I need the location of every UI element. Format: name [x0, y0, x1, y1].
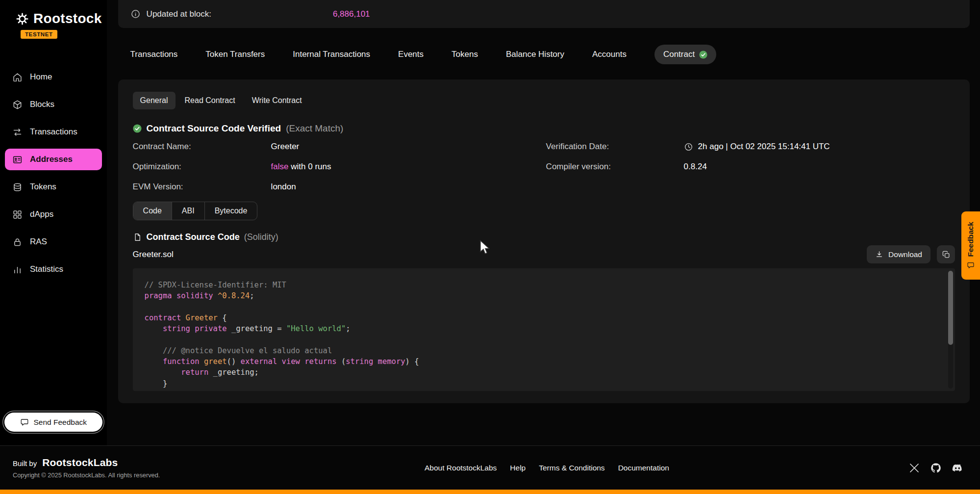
main-content: Updated at block: 6,886,101 Transactions… [107, 0, 980, 445]
sidebar-item-dapps[interactable]: dApps [5, 204, 102, 225]
footer-social [908, 462, 963, 474]
x-icon[interactable] [908, 462, 920, 474]
verified-heading: Contract Source Code Verified (Exact Mat… [133, 123, 955, 134]
verification-date-label: Verification Date: [546, 142, 684, 152]
file-row: Greeter.sol Download [133, 245, 955, 263]
tab-contract[interactable]: Contract [654, 45, 716, 64]
rootstock-logo-icon [16, 12, 29, 26]
github-icon[interactable] [930, 462, 942, 474]
tab-token-transfers[interactable]: Token Transfers [205, 50, 265, 59]
sidebar-item-tokens[interactable]: Tokens [5, 176, 102, 198]
tab-bar: TransactionsToken TransfersInternal Tran… [118, 44, 970, 65]
sidebar-item-ras[interactable]: RAS [5, 231, 102, 253]
feedback-tab-icon [967, 261, 975, 269]
feedback-tab[interactable]: Feedback [961, 211, 980, 280]
optimization-value: false with 0 runs [271, 162, 546, 172]
code-line: string private _greeting = "Hello world"… [145, 323, 935, 334]
evm-version-label: EVM Version: [133, 182, 271, 192]
sidebar-nav: HomeBlocksTransactionsAddressesTokensdAp… [5, 66, 102, 280]
contract-name-value: Greeter [271, 142, 546, 152]
footer-link-help[interactable]: Help [510, 464, 526, 472]
verification-date-text: 2h ago | Oct 02 2025 15:14:41 UTC [698, 142, 830, 152]
built-by-row: Built by RootstockLabs [13, 457, 160, 468]
footer-link-documentation[interactable]: Documentation [618, 464, 669, 472]
dapps-icon [12, 209, 23, 220]
discord-icon[interactable] [952, 462, 963, 474]
sidebar-item-statistics[interactable]: Statistics [5, 259, 102, 280]
code-scrollbar[interactable] [948, 271, 953, 345]
code-line: } [145, 378, 935, 389]
send-feedback-label: Send Feedback [34, 418, 87, 427]
contract-subtabs: GeneralRead ContractWrite Contract [133, 92, 955, 109]
sidebar-item-label: Statistics [30, 264, 63, 274]
tab-internal-transactions[interactable]: Internal Transactions [293, 50, 370, 59]
block-number-link[interactable]: 6,886,101 [333, 9, 370, 19]
code-line: contract Greeter { [145, 312, 935, 323]
file-actions: Download [867, 245, 955, 263]
code-line: // SPDX-License-Identifier: MIT [145, 280, 935, 290]
subtab-write-contract[interactable]: Write Contract [245, 92, 309, 109]
sidebar-item-blocks[interactable]: Blocks [5, 94, 102, 115]
tab-transactions[interactable]: Transactions [130, 50, 178, 59]
sidebar-item-label: dApps [30, 209, 53, 219]
contract-panel: GeneralRead ContractWrite Contract Contr… [118, 79, 970, 403]
send-feedback-button[interactable]: Send Feedback [4, 413, 102, 432]
download-icon [875, 250, 883, 259]
statistics-icon [12, 264, 23, 275]
app-root: Rootstock TESTNET HomeBlocksTransactions… [0, 0, 980, 445]
sidebar-item-label: RAS [30, 237, 47, 247]
subtab-general[interactable]: General [133, 92, 176, 109]
code-tab-bytecode[interactable]: Bytecode [204, 202, 257, 220]
code-view-toggle: CodeABIBytecode [133, 202, 258, 220]
evm-version-value: london [271, 182, 546, 192]
code-line: return _greeting; [145, 367, 935, 378]
tab-tokens[interactable]: Tokens [452, 50, 478, 59]
info-icon [130, 9, 141, 19]
tab-label: Events [398, 50, 424, 59]
sidebar-item-addresses[interactable]: Addresses [5, 149, 102, 170]
source-title-text: Contract Source Code [147, 232, 240, 242]
download-button[interactable]: Download [867, 245, 930, 263]
file-name: Greeter.sol [133, 250, 174, 260]
subtab-read-contract[interactable]: Read Contract [177, 92, 243, 109]
verified-note: (Exact Match) [286, 123, 343, 134]
source-code-block[interactable]: // SPDX-License-Identifier: MITpragma so… [133, 268, 955, 391]
rootstock-logo[interactable]: Rootstock [5, 11, 102, 26]
sidebar-item-label: Blocks [30, 100, 54, 109]
file-icon [133, 233, 142, 242]
sidebar-item-home[interactable]: Home [5, 66, 102, 88]
code-line [145, 302, 935, 312]
copy-button[interactable] [937, 245, 955, 263]
source-language-note: (Solidity) [244, 232, 278, 242]
footer: Built by RootstockLabs Copyright © 2025 … [0, 445, 980, 490]
tab-label: Transactions [130, 50, 178, 59]
tab-events[interactable]: Events [398, 50, 424, 59]
footer-link-terms-and-conditions[interactable]: Terms & Conditions [539, 464, 604, 472]
sidebar-item-label: Home [30, 72, 52, 82]
tab-accounts[interactable]: Accounts [592, 50, 627, 59]
code-line: /// @notice Devuelve el saludo actual [145, 345, 935, 356]
tab-label: Token Transfers [205, 50, 265, 59]
tab-label: Contract [663, 50, 695, 59]
tab-label: Balance History [506, 50, 564, 59]
verification-date-value: 2h ago | Oct 02 2025 15:14:41 UTC [684, 142, 955, 152]
tab-balance-history[interactable]: Balance History [506, 50, 564, 59]
contract-verified-check-icon [699, 51, 707, 59]
footer-link-about-rootstocklabs[interactable]: About RootstockLabs [425, 464, 497, 472]
updated-at-block-label: Updated at block: [147, 9, 211, 19]
brand-name: Rootstock [33, 11, 102, 26]
source-code-title: Contract Source Code (Solidity) [133, 232, 955, 242]
code-tab-code[interactable]: Code [133, 202, 172, 220]
rootstocklabs-logo[interactable]: RootstockLabs [42, 457, 118, 468]
ras-icon [12, 237, 23, 247]
sidebar-item-transactions[interactable]: Transactions [5, 121, 102, 143]
download-label: Download [888, 250, 922, 259]
code-tab-abi[interactable]: ABI [172, 202, 204, 220]
sidebar-item-label: Transactions [30, 127, 77, 137]
contract-fields: Contract Name: Greeter Verification Date… [133, 142, 955, 192]
optimization-label: Optimization: [133, 162, 271, 172]
addresses-icon [12, 155, 23, 165]
tab-label: Tokens [452, 50, 478, 59]
feedback-message-icon [20, 418, 29, 427]
code-content: // SPDX-License-Identifier: MITpragma so… [145, 280, 935, 389]
